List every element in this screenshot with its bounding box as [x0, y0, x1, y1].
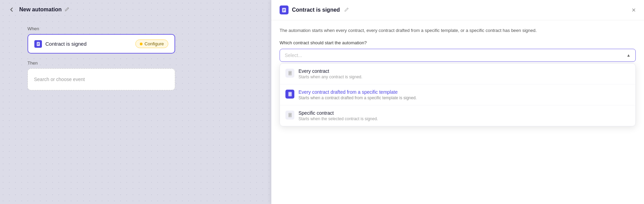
right-header: Contract is signed × [271, 0, 644, 20]
search-event-placeholder: Search or choose event [34, 77, 85, 82]
contract-select[interactable]: Select... ▲ [280, 49, 636, 62]
right-body: The automation starts when every contrac… [271, 20, 644, 133]
when-label: When [27, 26, 244, 31]
chevron-up-icon: ▲ [626, 53, 631, 58]
left-panel: New automation When Contract is signed [0, 0, 271, 204]
then-label: Then [27, 60, 244, 66]
dropdown-item-description: Starts when the selected contract is sig… [298, 116, 378, 121]
dropdown-item-name: Specific contract [298, 110, 378, 116]
dropdown-item-description: Starts when a contract drafted from a sp… [298, 95, 417, 100]
configure-label: Configure [145, 41, 164, 46]
configure-dot [140, 43, 143, 45]
right-edit-icon[interactable] [344, 7, 349, 13]
right-panel-title: Contract is signed [292, 7, 340, 13]
then-section: Then Search or choose event [27, 60, 244, 90]
back-button[interactable] [7, 5, 16, 14]
document-light-icon [285, 111, 294, 120]
dropdown-item-description: Starts when any contract is signed. [298, 75, 362, 79]
dropdown-item[interactable]: Specific contractStarts when the selecte… [280, 105, 635, 126]
dropdown-item-name: Every contract [298, 68, 362, 74]
trigger-card-left: Contract is signed [34, 40, 87, 48]
document-purple-icon [285, 90, 294, 99]
dropdown-item[interactable]: Every contract drafted from a specific t… [280, 84, 635, 105]
canvas-area: When Contract is signed Configure [0, 19, 271, 97]
which-label: Which contract should start the automati… [280, 40, 636, 45]
trigger-card[interactable]: Contract is signed Configure [27, 34, 175, 54]
description-text: The automation starts when every contrac… [280, 27, 636, 34]
right-panel: Contract is signed × The automation star… [271, 0, 644, 204]
top-bar: New automation [0, 0, 271, 19]
document-light-icon [285, 69, 294, 78]
close-button[interactable]: × [632, 7, 636, 13]
dropdown-menu: Every contractStarts when any contract i… [280, 63, 636, 126]
trigger-contract-icon [34, 40, 42, 48]
automation-title: New automation [19, 7, 62, 13]
trigger-title: Contract is signed [45, 41, 87, 47]
select-placeholder: Select... [285, 53, 302, 58]
right-header-icon [280, 5, 289, 14]
dropdown-item-name: Every contract drafted from a specific t… [298, 89, 417, 95]
search-event-box[interactable]: Search or choose event [27, 68, 175, 90]
edit-title-icon[interactable] [65, 7, 69, 13]
dropdown-item[interactable]: Every contractStarts when any contract i… [280, 64, 635, 84]
configure-badge[interactable]: Configure [135, 39, 168, 48]
